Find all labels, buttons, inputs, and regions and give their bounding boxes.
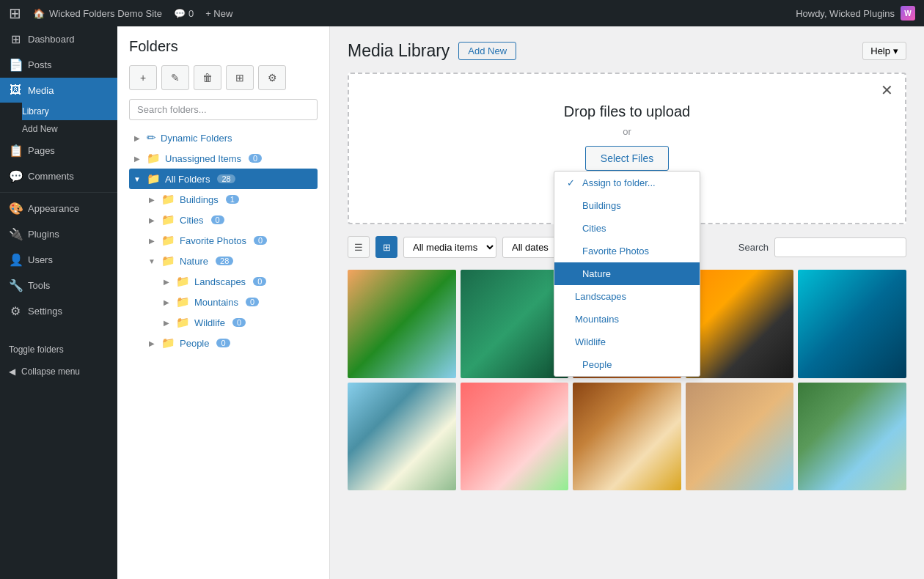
comments-bar-item[interactable]: 💬 0 bbox=[174, 8, 194, 19]
media-thumb[interactable] bbox=[461, 383, 569, 491]
chevron-right-icon: ▶ bbox=[132, 134, 142, 142]
dropdown-item-landscapes[interactable]: Landscapes bbox=[554, 285, 700, 308]
media-search-input[interactable] bbox=[774, 237, 906, 257]
page-title: Media Library bbox=[348, 41, 450, 61]
new-bar-item[interactable]: + New bbox=[205, 8, 232, 19]
badge-landscapes: 0 bbox=[253, 277, 266, 286]
sidebar-item-comments[interactable]: 💬 Comments bbox=[0, 163, 117, 189]
dropdown-item-cities[interactable]: Cities bbox=[554, 217, 700, 240]
check-icon: ✓ bbox=[566, 177, 576, 188]
dropdown-item-mountains[interactable]: Mountains bbox=[554, 308, 700, 331]
badge-buildings: 1 bbox=[226, 195, 239, 204]
edit-folder-button[interactable]: ✎ bbox=[161, 65, 189, 90]
dropdown-item-assign[interactable]: ✓ Assign to folder... bbox=[554, 172, 700, 194]
delete-folder-button[interactable]: 🗑 bbox=[194, 65, 221, 90]
close-upload-button[interactable]: ✕ bbox=[881, 83, 893, 97]
dropdown-item-wildlife[interactable]: Wildlife bbox=[554, 331, 700, 353]
folder-row-buildings[interactable]: ▶ 📁 Buildings 1 bbox=[144, 189, 318, 210]
sidebar-item-users[interactable]: 👤 Users bbox=[0, 247, 117, 273]
folder-label-nature: Nature bbox=[180, 256, 208, 267]
content-area: Media Library Add New Help ▾ ✕ Drop file… bbox=[330, 26, 924, 579]
sidebar-item-appearance[interactable]: 🎨 Appearance bbox=[0, 196, 117, 221]
search-label: Search bbox=[738, 242, 769, 253]
grid-view-button[interactable]: ⊞ bbox=[375, 236, 397, 258]
posts-icon: 📄 bbox=[9, 58, 22, 72]
badge-favorite: 0 bbox=[254, 236, 267, 245]
sidebar-item-toggle-folders[interactable]: Toggle folders bbox=[0, 339, 117, 361]
folder-settings-button[interactable]: ⚙ bbox=[258, 65, 286, 90]
dropdown-item-people[interactable]: People bbox=[554, 353, 700, 376]
folder-row-landscapes[interactable]: ▶ 📁 Landscapes 0 bbox=[158, 271, 318, 292]
add-subfolder-button[interactable]: ⊞ bbox=[226, 65, 254, 90]
folder-icon-cities: 📁 bbox=[161, 213, 175, 226]
dropdown-item-favorite[interactable]: Favorite Photos bbox=[554, 240, 700, 262]
chevron-right-icon: ▶ bbox=[161, 278, 172, 286]
badge-people: 0 bbox=[216, 339, 230, 347]
upload-or-text: or bbox=[364, 126, 890, 137]
site-name[interactable]: 🏠 Wicked Folders Demo Site bbox=[33, 8, 162, 19]
media-thumb[interactable] bbox=[573, 383, 681, 491]
folder-icon-people: 📁 bbox=[161, 336, 175, 350]
folder-label-all: All Folders bbox=[165, 174, 210, 185]
folder-row-nature[interactable]: ▼ 📁 Nature 28 bbox=[144, 251, 318, 271]
add-folder-button[interactable]: + bbox=[129, 65, 157, 90]
folder-row-people[interactable]: ▶ 📁 People 0 bbox=[144, 333, 318, 353]
list-icon: ☰ bbox=[354, 242, 363, 253]
media-thumb[interactable] bbox=[798, 383, 906, 491]
folder-icon-buildings: 📁 bbox=[161, 193, 175, 206]
list-view-button[interactable]: ☰ bbox=[348, 236, 370, 258]
badge-cities: 0 bbox=[211, 215, 224, 224]
folder-label-people: People bbox=[180, 338, 209, 349]
folder-label-dynamic: Dynamic Folders bbox=[161, 133, 232, 144]
sidebar-item-dashboard[interactable]: ⊞ Dashboard bbox=[0, 26, 117, 52]
sidebar-item-settings[interactable]: ⚙ Settings bbox=[0, 298, 117, 324]
grid-icon: ⊞ bbox=[383, 242, 391, 253]
badge-wildlife: 0 bbox=[232, 318, 246, 327]
add-new-button[interactable]: Add New bbox=[458, 42, 516, 60]
media-icon: 🖼 bbox=[9, 84, 22, 97]
sidebar: ⊞ Dashboard 📄 Posts 🖼 Media Library Add … bbox=[0, 26, 117, 579]
media-filter-select[interactable]: All media items bbox=[403, 237, 496, 258]
sidebar-item-add-new[interactable]: Add New bbox=[22, 120, 117, 138]
folder-row-unassigned[interactable]: ▶ 📁 Unassigned Items 0 bbox=[129, 148, 318, 169]
folder-search-input[interactable] bbox=[129, 99, 318, 120]
wordpress-logo-icon[interactable]: ⊞ bbox=[9, 4, 21, 22]
media-thumb[interactable] bbox=[461, 270, 569, 378]
help-button[interactable]: Help ▾ bbox=[862, 42, 906, 60]
sidebar-item-collapse-menu[interactable]: ◀ Collapse menu bbox=[0, 361, 117, 383]
folder-row-mountains[interactable]: ▶ 📁 Mountains 0 bbox=[158, 292, 318, 312]
media-thumb[interactable] bbox=[348, 383, 456, 491]
folder-row-dynamic[interactable]: ▶ ✏ Dynamic Folders bbox=[129, 128, 318, 148]
select-files-button[interactable]: Select Files bbox=[585, 146, 669, 171]
sidebar-item-posts[interactable]: 📄 Posts bbox=[0, 52, 117, 78]
media-thumb[interactable] bbox=[348, 270, 456, 378]
pages-icon: 📋 bbox=[9, 144, 22, 158]
sidebar-item-pages[interactable]: 📋 Pages bbox=[0, 138, 117, 163]
howdy-text: Howdy, Wicked Plugins bbox=[796, 8, 895, 19]
sidebar-item-tools[interactable]: 🔧 Tools bbox=[0, 273, 117, 298]
dropdown-item-nature[interactable]: Nature bbox=[554, 262, 700, 285]
tools-icon: 🔧 bbox=[9, 279, 22, 292]
folder-row-wildlife[interactable]: ▶ 📁 Wildlife 0 bbox=[158, 312, 318, 333]
folder-icon-favorite: 📁 bbox=[161, 234, 175, 247]
media-thumb[interactable] bbox=[686, 383, 794, 491]
folder-label-unassigned: Unassigned Items bbox=[165, 153, 241, 164]
dropdown-item-buildings[interactable]: Buildings bbox=[554, 194, 700, 217]
media-thumb[interactable] bbox=[798, 270, 906, 378]
folder-row-cities[interactable]: ▶ 📁 Cities 0 bbox=[144, 210, 318, 230]
chevron-down-icon: ▾ bbox=[893, 45, 898, 56]
sidebar-item-library[interactable]: Library bbox=[22, 103, 117, 120]
edit-folder-icon: ✏ bbox=[147, 131, 156, 144]
folder-row-favorite[interactable]: ▶ 📁 Favorite Photos 0 bbox=[144, 230, 318, 251]
folder-label-cities: Cities bbox=[180, 215, 204, 226]
folder-row-all-folders[interactable]: ▼ 📁 All Folders 28 bbox=[129, 169, 318, 189]
folders-title: Folders bbox=[129, 38, 318, 55]
sidebar-item-media[interactable]: 🖼 Media bbox=[0, 78, 117, 103]
sidebar-item-plugins[interactable]: 🔌 Plugins bbox=[0, 221, 117, 247]
users-icon: 👤 bbox=[9, 253, 22, 267]
folder-icon-mountains: 📁 bbox=[176, 295, 190, 309]
folder-label-favorite: Favorite Photos bbox=[180, 235, 246, 246]
chevron-down-icon: ▼ bbox=[132, 175, 142, 183]
media-thumb[interactable] bbox=[686, 270, 794, 378]
home-icon: 🏠 bbox=[33, 8, 45, 19]
